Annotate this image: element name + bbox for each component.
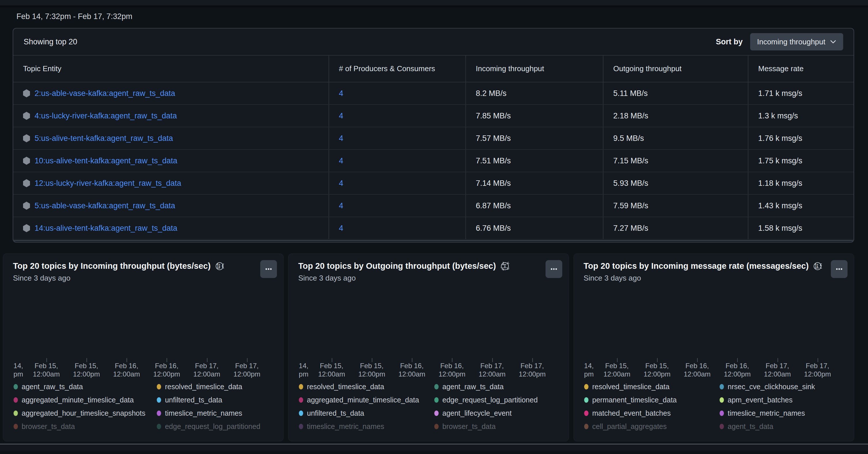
legend-item[interactable]: edge_request_log_partitioned [434,393,558,407]
topic-entity-link[interactable]: 5:us-able-vase-kafka:agent_raw_ts_data [35,201,175,210]
legend-color-dot [13,384,18,389]
legend-item[interactable]: agent_raw_ts_data [13,380,145,393]
legend-item[interactable]: resolved_timeslice_data [157,380,273,393]
legend-color-dot [13,411,18,416]
legend-label: apm_event_batches [727,396,793,404]
legend-item[interactable]: browser_ts_data [434,420,558,433]
message-rate-cell: 1.71 k msg/s [748,83,854,104]
table-row[interactable]: 5:us-able-vase-kafka:agent_raw_ts_data 4… [13,195,854,217]
legend-item[interactable]: cell_partial_aggregates [584,420,708,433]
legend-item[interactable]: unfiltered_ts_data [299,407,423,420]
kafka-topic-hexagon-icon [23,179,30,187]
topic-entity-link[interactable]: 2:us-able-vase-kafka:agent_raw_ts_data [35,89,175,98]
table-row[interactable]: 5:us-alive-tent-kafka:agent_raw_ts_data … [13,127,854,150]
legend-item[interactable]: timeslice_metric_names [157,407,273,420]
ellipsis-icon [833,267,845,271]
legend-color-dot [584,424,588,429]
table-scrollbar[interactable] [13,240,854,241]
topic-entity-link[interactable]: 14:us-alive-tent-kafka:agent_raw_ts_data [35,224,177,233]
legend-item[interactable]: agent_ts_data [720,420,843,433]
chart-title: Top 20 topics by Outgoing throughput (by… [298,261,496,271]
x-tick-label: Feb 15,12:00am [603,361,630,378]
column-header-incoming: Incoming throughput [465,56,603,82]
legend-item[interactable]: agent_lifecycle_event [434,407,558,420]
info-icon[interactable]: 1 G800 M600 M400 M200 M0 [215,262,224,270]
svg-text:1.2 G: 1.2 G [501,267,509,270]
table-row[interactable]: 2:us-able-vase-kafka:agent_raw_ts_data 4… [13,83,854,105]
topic-entity-cell: 12:us-lucky-river-kafka:agent_raw_ts_dat… [13,172,329,194]
producers-consumers-link[interactable]: 4 [339,156,343,165]
producers-consumers-cell: 4 [329,195,465,217]
x-tick-label: Feb 17,12:00am [193,361,220,378]
chart-legend: resolved_timeslice_datapermanent_timesli… [584,380,844,433]
legend-item[interactable]: timeslice_metric_names [720,407,843,420]
info-icon[interactable]: 1.4 G1.2 G1 G800 M600 M400 M200 M0 [501,262,509,270]
producers-consumers-link[interactable]: 4 [339,134,343,143]
legend-color-dot [157,424,161,429]
legend-color-dot [720,411,724,416]
legend-label: edge_request_log_partitioned [165,422,260,431]
legend-item[interactable]: edge_request_log_partitioned [157,420,273,433]
topic-entity-link[interactable]: 5:us-alive-tent-kafka:agent_raw_ts_data [35,134,173,143]
producers-consumers-link[interactable]: 4 [339,179,343,188]
legend-item[interactable]: timeslice_metric_names [299,420,423,433]
chart-subtitle: Since 3 days ago [584,274,844,283]
legend-color-dot [299,424,303,429]
kafka-topic-hexagon-icon [23,112,30,120]
legend-label: resolved_timeslice_data [165,383,242,391]
stacked-area-chart [13,288,274,357]
producers-consumers-cell: 4 [329,217,465,239]
x-tick-label: Feb 15,12:00am [318,361,345,378]
legend-item[interactable]: resolved_timeslice_data [584,380,708,393]
legend-item[interactable]: resolved_timeslice_data [299,380,423,393]
x-tick-label: Feb 17,12:00pm [234,361,260,378]
producers-consumers-link[interactable]: 4 [339,201,343,210]
legend-item[interactable]: permanent_timeslice_data [584,393,708,407]
outgoing-throughput-cell: 9.5 MB/s [603,127,748,149]
table-row[interactable]: 4:us-lucky-river-kafka:agent_raw_ts_data… [13,105,854,127]
producers-consumers-link[interactable]: 4 [339,224,343,233]
legend-color-dot [720,397,724,403]
producers-consumers-cell: 4 [329,83,465,104]
producers-consumers-cell: 4 [329,105,465,127]
producers-consumers-link[interactable]: 4 [339,111,343,121]
producers-consumers-link[interactable]: 4 [339,89,343,98]
panel-menu-button[interactable] [546,260,562,278]
legend-item[interactable]: unfiltered_ts_data [157,393,273,407]
outgoing-throughput-cell: 5.93 MB/s [603,172,748,194]
table-row[interactable]: 12:us-lucky-river-kafka:agent_raw_ts_dat… [13,172,854,195]
topic-entity-link[interactable]: 12:us-lucky-river-kafka:agent_raw_ts_dat… [35,179,181,188]
legend-item[interactable]: aggregated_minute_timeslice_data [299,393,423,407]
table-row[interactable]: 14:us-alive-tent-kafka:agent_raw_ts_data… [13,217,854,240]
kafka-topic-hexagon-icon [23,89,30,97]
legend-color-dot [157,384,161,389]
incoming-throughput-cell: 7.51 MB/s [465,150,603,172]
kafka-topic-hexagon-icon [23,224,30,232]
topic-entity-link[interactable]: 10:us-alive-tent-kafka:agent_raw_ts_data [35,156,177,165]
legend-item[interactable]: browser_ts_data [13,420,145,433]
message-rate-cell: 1.43 k msg/s [748,195,854,217]
legend-item[interactable]: matched_event_batches [584,407,708,420]
legend-item[interactable]: aggregated_minute_timeslice_data [13,393,145,407]
x-axis: 14,pmFeb 15,12:00amFeb 15,12:00pmFeb 16,… [13,358,274,377]
table-row[interactable]: 10:us-alive-tent-kafka:agent_raw_ts_data… [13,150,854,172]
info-icon[interactable]: 1.5 M1 M500 k0 [813,262,822,270]
message-rate-cell: 1.3 k msg/s [748,105,854,127]
panel-menu-button[interactable] [260,260,277,278]
legend-item[interactable]: agent_raw_ts_data [434,380,558,393]
topic-entity-cell: 5:us-able-vase-kafka:agent_raw_ts_data [13,195,329,217]
legend-label: aggregated_minute_timeslice_data [22,396,134,404]
legend-item[interactable]: nrsec_cve_clickhouse_sink [720,380,843,393]
legend-item[interactable]: apm_event_batches [720,393,843,407]
topic-entity-cell: 5:us-alive-tent-kafka:agent_raw_ts_data [13,127,329,149]
outgoing-throughput-cell: 7.59 MB/s [603,195,748,217]
sort-dropdown[interactable]: Incoming throughput [750,33,843,51]
topic-entity-link[interactable]: 4:us-lucky-river-kafka:agent_raw_ts_data [35,111,177,121]
legend-item[interactable]: aggregated_hour_timeslice_snapshots [13,407,145,420]
incoming-throughput-cell: 7.14 MB/s [465,172,603,194]
legend-color-dot [720,384,724,389]
outgoing-throughput-cell: 7.27 MB/s [603,217,748,239]
stacked-area-chart [584,288,844,357]
panel-menu-button[interactable] [831,260,847,278]
incoming-throughput-cell: 7.85 MB/s [465,105,603,127]
